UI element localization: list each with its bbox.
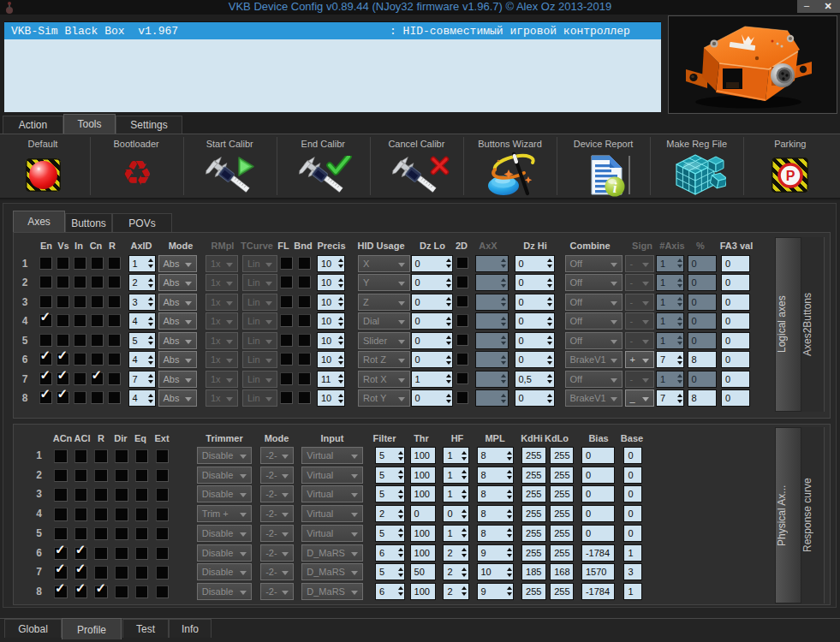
svg-text:P: P [786,169,795,183]
svg-text:i: i [613,180,617,196]
